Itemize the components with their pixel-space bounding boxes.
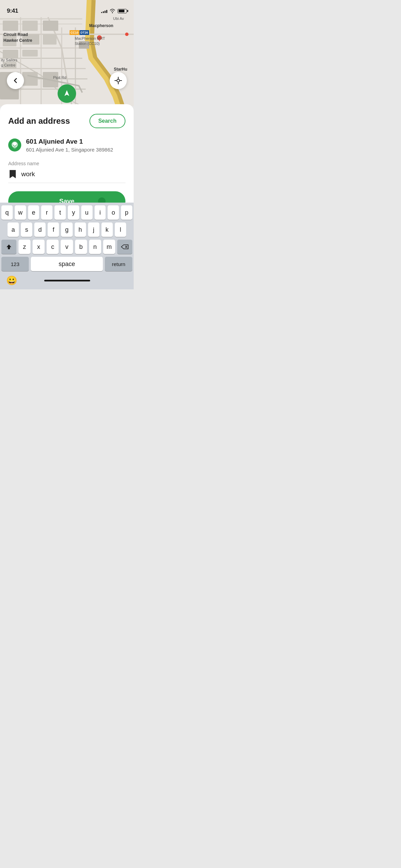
search-button[interactable]: Search (89, 114, 125, 128)
delete-key[interactable] (117, 240, 132, 254)
svg-rect-3 (3, 50, 18, 58)
key-v[interactable]: v (61, 240, 73, 254)
location-button[interactable] (110, 72, 127, 89)
svg-point-16 (117, 79, 120, 82)
key-u[interactable]: u (81, 205, 93, 220)
keyboard: q w e r t y u i o p a s d f g h j k l z … (0, 203, 134, 289)
keyboard-row-2: a s d f g h j k l (1, 222, 132, 237)
key-x[interactable]: x (33, 240, 45, 254)
key-c[interactable]: c (47, 240, 59, 254)
key-k[interactable]: k (101, 222, 113, 237)
key-l[interactable]: l (115, 222, 126, 237)
svg-rect-2 (3, 34, 16, 46)
wifi-icon (109, 9, 116, 13)
back-button[interactable] (7, 72, 24, 89)
mrt-cc-label: CC10 (70, 30, 80, 35)
map-direction-marker (58, 84, 76, 103)
address-name-label: Address name (8, 161, 125, 166)
address-main: 601 Aljunied Ave 1 (26, 138, 113, 145)
mrt-tag: CC10 DT26 (70, 30, 89, 35)
key-t[interactable]: t (54, 205, 66, 220)
address-text: 601 Aljunied Ave 1 601 Aljunied Ave 1, S… (26, 138, 113, 153)
address-row: 601 Aljunied Ave 1 601 Aljunied Ave 1, S… (8, 138, 125, 153)
name-input-row (8, 170, 125, 183)
key-w[interactable]: w (15, 205, 26, 220)
key-a[interactable]: a (8, 222, 19, 237)
battery-icon (118, 9, 127, 13)
key-i[interactable]: i (95, 205, 106, 220)
emoji-button[interactable]: 😀 (6, 275, 17, 286)
key-e[interactable]: e (28, 205, 39, 220)
svg-rect-8 (43, 21, 58, 31)
key-d[interactable]: d (34, 222, 46, 237)
status-icons (101, 9, 127, 13)
svg-rect-9 (43, 34, 57, 45)
address-sub: 601 Aljunied Ave 1, Singapore 389862 (26, 147, 113, 153)
svg-rect-7 (22, 50, 38, 57)
keyboard-bottom-bar: 😀 (1, 273, 132, 289)
signal-icon (101, 9, 107, 13)
key-g[interactable]: g (61, 222, 72, 237)
key-f[interactable]: f (48, 222, 59, 237)
svg-rect-6 (22, 34, 39, 45)
mrt-dt-label: DT26 (80, 30, 89, 35)
svg-rect-11 (22, 72, 38, 86)
shift-key[interactable] (1, 240, 16, 254)
svg-point-24 (14, 144, 16, 146)
key-m[interactable]: m (103, 240, 115, 254)
key-b[interactable]: b (75, 240, 87, 254)
key-n[interactable]: n (89, 240, 101, 254)
bookmark-icon (8, 170, 17, 179)
key-z[interactable]: z (19, 240, 31, 254)
svg-rect-1 (3, 21, 18, 31)
key-y[interactable]: y (68, 205, 79, 220)
svg-point-15 (125, 33, 129, 36)
svg-rect-4 (3, 62, 16, 69)
svg-rect-13 (79, 41, 89, 49)
keyboard-bottom-row: 123 space return (1, 257, 132, 273)
key-j[interactable]: j (88, 222, 99, 237)
key-o[interactable]: o (108, 205, 119, 220)
space-key[interactable]: space (31, 257, 103, 271)
address-name-input[interactable] (21, 170, 125, 178)
location-pin-icon (8, 138, 21, 152)
status-bar: 9:41 (0, 0, 134, 17)
numbers-key[interactable]: 123 (1, 257, 29, 271)
key-s[interactable]: s (21, 222, 32, 237)
status-time: 9:41 (7, 8, 18, 14)
sheet-title: Add an address (8, 116, 70, 126)
svg-rect-5 (22, 21, 38, 31)
home-indicator (44, 280, 90, 281)
sheet-header: Add an address Search (8, 114, 125, 128)
keyboard-row-3: z x c v b n m (1, 240, 132, 254)
key-q[interactable]: q (1, 205, 13, 220)
key-r[interactable]: r (41, 205, 52, 220)
return-key[interactable]: return (105, 257, 132, 271)
keyboard-row-1: q w e r t y u i o p (1, 205, 132, 220)
key-h[interactable]: h (75, 222, 86, 237)
key-p[interactable]: p (121, 205, 132, 220)
